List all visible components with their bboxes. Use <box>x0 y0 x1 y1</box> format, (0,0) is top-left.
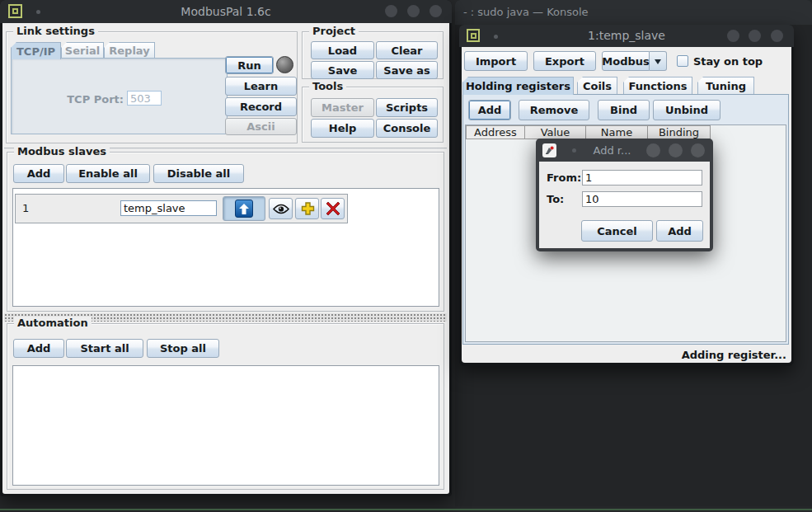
modbus-slaves-title: Modbus slaves <box>14 145 110 157</box>
minimize-button[interactable] <box>727 30 739 42</box>
close-button[interactable] <box>771 30 783 42</box>
register-bind-button[interactable]: Bind <box>598 100 650 120</box>
automation-title: Automation <box>14 317 92 329</box>
slave-view-button[interactable] <box>269 198 293 219</box>
add-register-dialog: Add r... From: To: Cancel Add <box>536 139 713 251</box>
automation-list <box>12 365 439 486</box>
tab-holding-registers[interactable]: Holding registers <box>462 77 574 95</box>
cancel-button[interactable]: Cancel <box>581 220 653 242</box>
maximize-button[interactable] <box>669 143 683 157</box>
minimize-button[interactable] <box>646 143 660 157</box>
run-led-indicator-icon <box>276 56 293 73</box>
modbuspal-content: Link settings TCP/IP Serial Replay TCP P… <box>2 23 449 494</box>
close-button[interactable] <box>429 5 442 17</box>
eye-icon <box>273 204 289 214</box>
dialog-title: Add r... <box>577 144 647 157</box>
from-label: From: <box>547 171 581 184</box>
master-button[interactable]: Master <box>311 98 374 117</box>
maximize-button[interactable] <box>407 5 420 17</box>
disable-all-button[interactable]: Disable all <box>153 164 244 183</box>
minimize-button[interactable] <box>385 5 397 17</box>
start-all-button[interactable]: Start all <box>66 339 143 358</box>
konsole-titlebar[interactable]: - : sudo java — Konsole <box>455 0 812 25</box>
window-icon <box>467 29 480 42</box>
to-field[interactable] <box>582 191 702 207</box>
tcp-port-field[interactable] <box>127 91 162 106</box>
modbuspal-window: ModbusPal 1.6c Link settings TCP/IP Seri… <box>0 0 452 496</box>
save-as-button[interactable]: Save as <box>376 61 438 79</box>
slave-id: 1 <box>22 202 29 214</box>
console-button[interactable]: Console <box>376 119 438 138</box>
modbuspal-titlebar[interactable]: ModbusPal 1.6c <box>0 0 452 23</box>
combo-dropdown-button[interactable] <box>650 51 667 71</box>
register-remove-button[interactable]: Remove <box>519 100 589 120</box>
scripts-button[interactable]: Scripts <box>376 98 438 117</box>
automation-add-button[interactable]: Add <box>13 339 64 358</box>
slave-name-field[interactable] <box>120 200 217 216</box>
tab-serial[interactable]: Serial <box>61 42 104 59</box>
register-add-button[interactable]: Add <box>468 100 511 120</box>
record-button[interactable]: Record <box>225 97 297 116</box>
window-title: ModbusPal 1.6c <box>49 5 402 18</box>
slave-delete-button[interactable] <box>321 198 345 219</box>
dialog-content: From: To: Cancel Add <box>539 162 710 248</box>
to-label: To: <box>547 193 564 205</box>
column-header-binding[interactable]: Binding <box>648 125 711 139</box>
chevron-down-icon <box>655 59 661 68</box>
delete-x-icon <box>326 201 340 216</box>
ascii-button[interactable]: Ascii <box>225 118 297 135</box>
tcp-port-label: TCP Port: <box>61 93 124 106</box>
desktop-bottom-edge <box>0 509 812 510</box>
plus-icon <box>299 200 316 217</box>
tools-title: Tools <box>309 80 346 92</box>
mode-combo[interactable]: Modbus <box>602 51 650 71</box>
slave-list: 1 <box>12 188 439 307</box>
desktop: - : sudo java — Konsole ModbusPal 1.6c L… <box>0 0 812 512</box>
titlebar-dot-icon <box>494 35 498 39</box>
save-button[interactable]: Save <box>311 61 374 79</box>
maximize-button[interactable] <box>749 30 761 42</box>
modbus-slaves-group: Modbus slaves Add Enable all Disable all… <box>7 152 444 312</box>
tab-replay[interactable]: Replay <box>104 42 155 59</box>
load-button[interactable]: Load <box>311 41 374 59</box>
import-button[interactable]: Import <box>464 51 528 71</box>
java-app-icon <box>542 143 556 157</box>
column-header-address[interactable]: Address <box>466 125 525 139</box>
column-header-name[interactable]: Name <box>586 125 648 139</box>
tab-functions[interactable]: Functions <box>623 77 692 94</box>
learn-button[interactable]: Learn <box>225 77 297 96</box>
stay-on-top-label: Stay on top <box>693 55 763 68</box>
tab-tuning[interactable]: Tuning <box>697 77 754 94</box>
help-button[interactable]: Help <box>311 119 374 138</box>
column-header-value[interactable]: Value <box>525 125 586 139</box>
tab-tcpip[interactable]: TCP/IP <box>11 42 61 59</box>
stay-on-top-checkbox[interactable] <box>677 55 688 67</box>
run-button[interactable]: Run <box>225 56 274 74</box>
automation-group: Automation Add Start all Stop all <box>7 323 444 490</box>
up-arrow-icon <box>235 200 253 218</box>
slave-duplicate-button[interactable] <box>295 198 319 219</box>
register-unbind-button[interactable]: Unbind <box>653 100 720 120</box>
slave-add-button[interactable]: Add <box>13 164 64 183</box>
titlebar-dot-icon <box>572 148 576 153</box>
titlebar-dot-icon <box>36 10 40 14</box>
project-title: Project <box>309 25 359 37</box>
konsole-title: - : sudo java — Konsole <box>463 6 589 18</box>
tab-coils[interactable]: Coils <box>577 77 617 94</box>
link-settings-title: Link settings <box>13 25 98 37</box>
close-button[interactable] <box>691 143 705 157</box>
project-group: Project Load Clear Save Save as <box>302 31 444 79</box>
slave-enable-toggle[interactable] <box>223 196 265 221</box>
window-icon <box>8 4 22 18</box>
stop-all-button[interactable]: Stop all <box>147 339 219 358</box>
dialog-titlebar[interactable]: Add r... <box>536 139 713 162</box>
slave-window-titlebar[interactable]: 1:temp_slave <box>459 25 794 47</box>
tools-group: Tools Master Scripts Help Console <box>302 87 444 143</box>
dialog-add-button[interactable]: Add <box>656 220 703 242</box>
from-field[interactable] <box>582 170 702 186</box>
export-button[interactable]: Export <box>533 51 596 71</box>
enable-all-button[interactable]: Enable all <box>66 164 150 183</box>
tcpip-tab-panel: TCP Port: <box>11 58 228 134</box>
clear-button[interactable]: Clear <box>376 41 438 59</box>
slave-window-title: 1:temp_slave <box>509 29 744 42</box>
